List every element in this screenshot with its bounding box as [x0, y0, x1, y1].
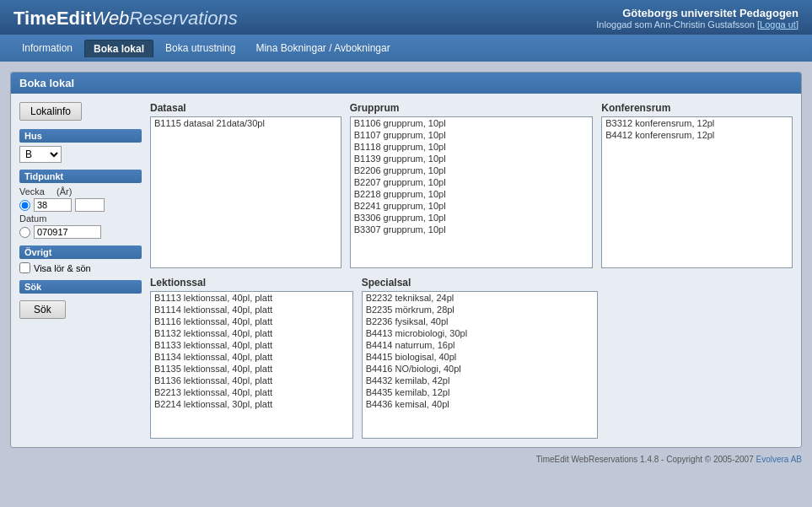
nav-item-mina-bokningar[interactable]: Mina Bokningar / Avbokningar — [247, 39, 398, 57]
list-item[interactable]: B2214 lektionssal, 30pl, platt — [151, 398, 352, 410]
grupprum-listbox[interactable]: B1106 grupprum, 10pl B1107 grupprum, 10p… — [350, 116, 594, 268]
footer: TimeEdit WebReservations 1.4.8 - Copyrig… — [0, 451, 812, 467]
ovrigt-section: Övrigt Visa lör & sön — [19, 245, 142, 273]
nav-item-boka-lokal[interactable]: Boka lokal — [84, 40, 153, 57]
specialsal-title: Specialsal — [362, 277, 599, 289]
logo-reservations: Reservations — [129, 8, 237, 29]
ovrigt-content: Visa lör & sön — [19, 262, 142, 273]
list-item[interactable]: B1135 lektionssal, 40pl, platt — [151, 363, 352, 375]
left-panel: Lokalinfo Hus B A C D Tidpunkt Vecka (År… — [19, 102, 150, 439]
list-item[interactable]: B2241 grupprum, 10pl — [351, 200, 593, 212]
header: TimeEditWebReservations Göteborgs univer… — [0, 0, 812, 35]
logo: TimeEditWebReservations — [13, 8, 238, 30]
logout-bracket: ] — [796, 19, 799, 30]
list-item[interactable]: B1133 lektionssal, 40pl, platt — [151, 339, 352, 351]
list-item[interactable]: B4436 kemisal, 40pl — [363, 398, 598, 410]
vecka-radio[interactable] — [19, 200, 30, 211]
list-item[interactable]: B1115 datasal 21data/30pl — [151, 117, 341, 129]
datum-label: Datum — [19, 213, 53, 224]
list-item[interactable]: B4412 konferensrum, 12pl — [602, 129, 792, 141]
lektionssal-listbox[interactable]: B1113 lektionssal, 40pl, platt B1114 lek… — [150, 291, 353, 439]
list-item[interactable]: B4416 NO/biologi, 40pl — [363, 363, 598, 375]
list-item[interactable]: B4435 kemilab, 12pl — [363, 386, 598, 398]
vecka-radio-row — [19, 200, 30, 211]
list-item[interactable]: B4432 kemilab, 42pl — [363, 375, 598, 386]
list-item[interactable]: B1132 lektionssal, 40pl, platt — [151, 327, 352, 339]
list-item[interactable]: B1139 grupprum, 10pl — [351, 153, 593, 165]
list-item[interactable]: B3306 grupprum, 10pl — [351, 212, 593, 224]
ovrigt-label: Övrigt — [19, 245, 142, 259]
list-item[interactable]: B3312 konferensrum, 12pl — [602, 117, 792, 129]
datum-label-row: Datum — [19, 213, 142, 224]
list-item[interactable]: B1114 lektionssal, 40pl, platt — [151, 304, 352, 316]
hus-label: Hus — [19, 129, 142, 143]
nav-item-boka-utrustning[interactable]: Boka utrustning — [157, 39, 244, 57]
bottom-spacer — [606, 277, 793, 439]
university-name: Göteborgs universitet Pedagogen — [596, 7, 799, 19]
visa-lar-son-label: Visa lör & sön — [34, 263, 91, 273]
section-title: Boka lokal — [11, 73, 801, 94]
logo-timeedit: TimeEdit — [13, 8, 92, 29]
footer-text: TimeEdit WebReservations 1.4.8 - Copyrig… — [536, 455, 756, 464]
grupprum-section: Grupprum B1106 grupprum, 10pl B1107 grup… — [350, 102, 594, 268]
login-text: Inloggad som Ann-Christin Gustafsson [ — [596, 19, 760, 30]
footer-link[interactable]: Evolvera AB — [756, 455, 802, 464]
list-item[interactable]: B4413 microbiologi, 30pl — [363, 327, 598, 339]
vecka-input-row — [19, 198, 142, 212]
list-item[interactable]: B2235 mörkrum, 28pl — [363, 304, 598, 316]
tidpunkt-label: Tidpunkt — [19, 170, 142, 183]
hus-select[interactable]: B A C D — [19, 146, 62, 163]
content-area: Lokalinfo Hus B A C D Tidpunkt Vecka (År… — [11, 94, 801, 447]
list-item[interactable]: B1106 grupprum, 10pl — [351, 117, 593, 129]
list-item[interactable]: B2218 grupprum, 10pl — [351, 188, 593, 200]
list-item[interactable]: B1136 lektionssal, 40pl, platt — [151, 375, 352, 386]
datasal-title: Datasal — [150, 102, 341, 114]
grupprum-title: Grupprum — [350, 102, 594, 114]
datum-input-row — [19, 225, 142, 239]
logout-link[interactable]: Logga ut — [760, 19, 796, 30]
lokalinfo-button[interactable]: Lokalinfo — [19, 102, 82, 121]
hus-section: Hus B A C D — [19, 129, 142, 163]
main-panel: Boka lokal Lokalinfo Hus B A C D Tidpunk… — [10, 72, 802, 448]
datasal-section: Datasal B1115 datasal 21data/30pl — [150, 102, 341, 268]
konferensrum-title: Konferensrum — [601, 102, 793, 114]
rooms-bottom-row: Lektionssal B1113 lektionssal, 40pl, pla… — [150, 277, 793, 439]
navbar: Information Boka lokal Boka utrustning M… — [0, 35, 812, 62]
list-item[interactable]: B1113 lektionssal, 40pl, platt — [151, 292, 352, 304]
list-item[interactable]: B2206 grupprum, 10pl — [351, 165, 593, 176]
sok-section-label: Sök — [19, 280, 142, 294]
sok-button[interactable]: Sök — [19, 300, 66, 319]
lektionssal-section: Lektionssal B1113 lektionssal, 40pl, pla… — [150, 277, 353, 439]
list-item[interactable]: B2213 lektionssal, 40pl, platt — [151, 386, 352, 398]
ar-input[interactable] — [75, 198, 105, 212]
list-item[interactable]: B1134 lektionssal, 40pl, platt — [151, 351, 352, 363]
konferensrum-section: Konferensrum B3312 konferensrum, 12pl B4… — [601, 102, 793, 268]
list-item[interactable]: B1118 grupprum, 10pl — [351, 141, 593, 153]
list-item[interactable]: B1116 lektionssal, 40pl, platt — [151, 316, 352, 327]
visa-lar-son-checkbox[interactable] — [19, 262, 30, 273]
list-item[interactable]: B2232 tekniksal, 24pl — [363, 292, 598, 304]
konferensrum-listbox[interactable]: B3312 konferensrum, 12pl B4412 konferens… — [601, 116, 793, 268]
list-item[interactable]: B3307 grupprum, 10pl — [351, 224, 593, 235]
list-item[interactable]: B2236 fysiksal, 40pl — [363, 316, 598, 327]
specialsal-section: Specialsal B2232 tekniksal, 24pl B2235 m… — [362, 277, 599, 439]
datum-radio-row — [19, 227, 30, 238]
vecka-ar-row: Vecka (År) — [19, 186, 142, 197]
right-panel: Datasal B1115 datasal 21data/30pl Gruppr… — [150, 102, 793, 439]
datum-radio[interactable] — [19, 227, 30, 238]
list-item[interactable]: B4414 naturrum, 16pl — [363, 339, 598, 351]
list-item[interactable]: B1107 grupprum, 10pl — [351, 129, 593, 141]
datum-input[interactable] — [34, 225, 101, 239]
specialsal-listbox[interactable]: B2232 tekniksal, 24pl B2235 mörkrum, 28p… — [362, 291, 599, 439]
nav-item-information[interactable]: Information — [13, 39, 81, 57]
header-right: Göteborgs universitet Pedagogen Inloggad… — [596, 7, 799, 30]
datasal-listbox[interactable]: B1115 datasal 21data/30pl — [150, 116, 341, 268]
logo-web: Web — [92, 8, 130, 29]
tidpunkt-section: Tidpunkt Vecka (År) Datum — [19, 170, 142, 239]
lektionssal-title: Lektionssal — [150, 277, 353, 289]
ar-label: (År) — [56, 186, 82, 197]
list-item[interactable]: B2207 grupprum, 10pl — [351, 176, 593, 188]
sok-section: Sök Sök — [19, 280, 142, 319]
vecka-input[interactable] — [34, 198, 72, 212]
list-item[interactable]: B4415 biologisal, 40pl — [363, 351, 598, 363]
